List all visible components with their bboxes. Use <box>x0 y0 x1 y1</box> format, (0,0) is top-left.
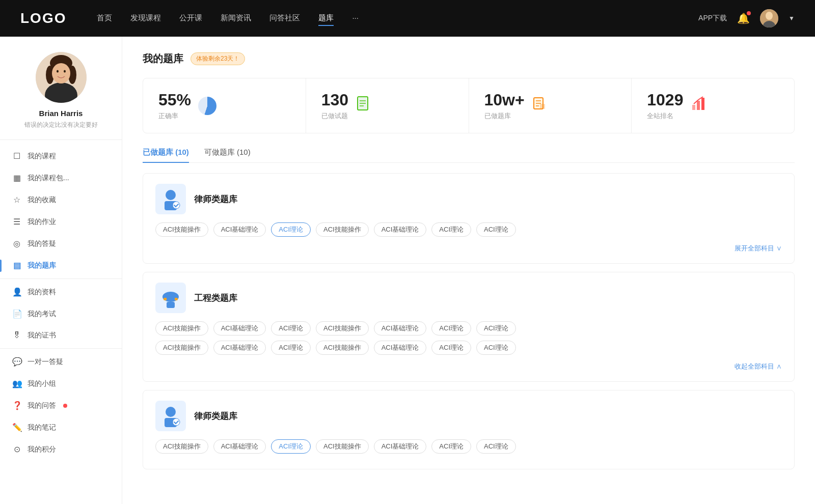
subject-title-engineer: 工程类题库 <box>194 292 237 304</box>
stat-rank-label: 全站排名 <box>647 111 683 121</box>
sidebar-item-course-package[interactable]: ▦ 我的课程包... <box>0 167 122 189</box>
stat-done-questions-value: 130 <box>321 91 348 109</box>
tag-eng2-theory-2[interactable]: ACI理论 <box>431 341 471 355</box>
tag-law2-basic-1[interactable]: ACI基础理论 <box>213 439 266 454</box>
tab-done-banks[interactable]: 已做题库 (10) <box>143 148 189 162</box>
page-title: 我的题库 <box>143 52 183 66</box>
subject-tags-engineer-row1: ACI技能操作 ACI基础理论 ACI理论 ACI技能操作 ACI基础理论 AC… <box>155 321 782 335</box>
subject-header-lawyer-2: 律师类题库 <box>155 401 782 431</box>
nav-qa[interactable]: 问答社区 <box>269 11 300 26</box>
tag-aci-theory-2[interactable]: ACI理论 <box>431 222 471 237</box>
notification-dot <box>747 11 751 15</box>
qa-dot-badge <box>63 404 67 408</box>
tag-eng-skill-1[interactable]: ACI技能操作 <box>155 321 208 335</box>
sidebar-item-label: 我的小组 <box>28 379 56 388</box>
tag-aci-theory-active-1[interactable]: ACI理论 <box>271 222 311 237</box>
sidebar-item-label: 我的考试 <box>28 310 56 319</box>
sidebar-divider-1 <box>0 278 122 279</box>
sidebar-item-label: 我的题库 <box>28 261 56 270</box>
sidebar: Brian Harris 错误的决定比没有决定要好 ☐ 我的课程 ▦ 我的课程包… <box>0 37 122 504</box>
tag-eng-theory-3[interactable]: ACI理论 <box>476 321 516 335</box>
profile-icon: 👤 <box>12 287 21 297</box>
tag-eng2-theory-1[interactable]: ACI理论 <box>271 341 311 355</box>
tag-eng2-basic-2[interactable]: ACI基础理论 <box>374 341 427 355</box>
sidebar-item-label: 一对一答疑 <box>28 357 63 367</box>
chat-icon: 💬 <box>12 357 21 367</box>
sidebar-item-qa[interactable]: ❓ 我的问答 <box>0 395 122 416</box>
logo: LOGO <box>20 10 66 26</box>
nav-news[interactable]: 新闻资讯 <box>221 11 251 26</box>
svg-point-10 <box>52 63 70 83</box>
stat-rank-text: 1029 全站排名 <box>647 91 683 121</box>
qa-icon: ❓ <box>12 401 21 410</box>
sidebar-item-exam[interactable]: 📄 我的考试 <box>0 303 122 325</box>
points-icon: ⊙ <box>12 444 21 454</box>
sidebar-item-my-course[interactable]: ☐ 我的课程 <box>0 145 122 167</box>
sidebar-item-questions[interactable]: ◎ 我的答疑 <box>0 233 122 255</box>
tag-eng-basic-1[interactable]: ACI基础理论 <box>213 321 266 335</box>
sidebar-item-quiz-bank[interactable]: ▤ 我的题库 <box>0 255 122 276</box>
svg-rect-24 <box>692 105 695 110</box>
user-menu-chevron-icon[interactable]: ▼ <box>789 15 795 22</box>
sidebar-item-homework[interactable]: ☰ 我的作业 <box>0 211 122 233</box>
collapse-link-engineer[interactable]: 收起全部科目 ∧ <box>155 360 782 371</box>
tag-aci-skill-2[interactable]: ACI技能操作 <box>316 222 369 237</box>
notification-bell[interactable]: 🔔 <box>737 12 750 24</box>
app-download-button[interactable]: APP下载 <box>698 14 727 23</box>
sidebar-item-favorites[interactable]: ☆ 我的收藏 <box>0 189 122 211</box>
tag-aci-basic-1[interactable]: ACI基础理论 <box>213 222 266 237</box>
sidebar-item-notes[interactable]: ✏️ 我的笔记 <box>0 416 122 438</box>
sidebar-item-points[interactable]: ⊙ 我的积分 <box>0 438 122 460</box>
lawyer-icon-wrap-2 <box>155 401 186 431</box>
sidebar-menu: ☐ 我的课程 ▦ 我的课程包... ☆ 我的收藏 ☰ 我的作业 ◎ 我的答疑 ▤… <box>0 140 122 465</box>
tag-aci-theory-3[interactable]: ACI理论 <box>476 222 516 237</box>
subject-tags-engineer-row2: ACI技能操作 ACI基础理论 ACI理论 ACI技能操作 ACI基础理论 AC… <box>155 341 782 355</box>
nav-links: 首页 发现课程 公开课 新闻资讯 问答社区 题库 ··· <box>97 11 698 26</box>
subject-block-engineer: 工程类题库 ACI技能操作 ACI基础理论 ACI理论 ACI技能操作 ACI基… <box>143 272 795 382</box>
stat-accuracy-value: 55% <box>158 91 191 109</box>
tag-law2-theory-3[interactable]: ACI理论 <box>476 439 516 454</box>
sidebar-item-certificate[interactable]: 🎖 我的证书 <box>0 325 122 346</box>
tag-eng2-skill-2[interactable]: ACI技能操作 <box>316 341 369 355</box>
tag-law2-basic-2[interactable]: ACI基础理论 <box>374 439 427 454</box>
nav-right: APP下载 🔔 ▼ <box>698 9 795 27</box>
stats-row: 55% 正确率 130 已做试题 <box>143 78 795 133</box>
tag-eng2-basic-1[interactable]: ACI基础理论 <box>213 341 266 355</box>
svg-point-27 <box>166 190 176 200</box>
nav-more[interactable]: ··· <box>352 11 359 26</box>
stat-done-banks-label: 已做题库 <box>484 111 525 121</box>
tag-eng2-skill-1[interactable]: ACI技能操作 <box>155 341 208 355</box>
svg-point-12 <box>64 70 66 73</box>
nav-discover[interactable]: 发现课程 <box>130 11 161 26</box>
sidebar-item-profile[interactable]: 👤 我的资料 <box>0 281 122 303</box>
tag-law2-skill-1[interactable]: ACI技能操作 <box>155 439 208 454</box>
trial-badge: 体验剩余23天！ <box>191 52 245 65</box>
avatar[interactable] <box>760 9 778 27</box>
tag-aci-skill-1[interactable]: ACI技能操作 <box>155 222 208 237</box>
profile-motto: 错误的决定比没有决定要好 <box>10 121 112 129</box>
sidebar-item-label: 我的证书 <box>28 331 56 340</box>
nav-open-course[interactable]: 公开课 <box>179 11 202 26</box>
tab-available-banks[interactable]: 可做题库 (10) <box>204 148 251 162</box>
expand-link-lawyer-1[interactable]: 展开全部科目 ∨ <box>155 242 782 253</box>
nav-home[interactable]: 首页 <box>97 11 112 26</box>
sidebar-item-label: 我的答疑 <box>28 239 56 248</box>
stat-done-questions: 130 已做试题 <box>306 78 469 133</box>
sidebar-item-tutoring[interactable]: 💬 一对一答疑 <box>0 351 122 373</box>
stat-done-banks-text: 10w+ 已做题库 <box>484 91 525 121</box>
tag-eng2-theory-3[interactable]: ACI理论 <box>476 341 516 355</box>
tag-eng-theory-1[interactable]: ACI理论 <box>271 321 311 335</box>
tag-law2-theory-2[interactable]: ACI理论 <box>431 439 471 454</box>
subject-tags-lawyer-2: ACI技能操作 ACI基础理论 ACI理论 ACI技能操作 ACI基础理论 AC… <box>155 439 782 454</box>
tag-law2-theory-active[interactable]: ACI理论 <box>271 439 311 454</box>
notes-icon: ✏️ <box>12 423 21 432</box>
tag-eng-skill-2[interactable]: ACI技能操作 <box>316 321 369 335</box>
tag-law2-skill-2[interactable]: ACI技能操作 <box>316 439 369 454</box>
nav-quiz[interactable]: 题库 <box>318 11 334 26</box>
sidebar-item-group[interactable]: 👥 我的小组 <box>0 373 122 395</box>
tag-eng-basic-2[interactable]: ACI基础理论 <box>374 321 427 335</box>
tag-aci-basic-2[interactable]: ACI基础理论 <box>374 222 427 237</box>
subject-block-lawyer-1: 律师类题库 ACI技能操作 ACI基础理论 ACI理论 ACI技能操作 ACI基… <box>143 173 795 264</box>
svg-rect-25 <box>697 101 700 110</box>
tag-eng-theory-2[interactable]: ACI理论 <box>431 321 471 335</box>
